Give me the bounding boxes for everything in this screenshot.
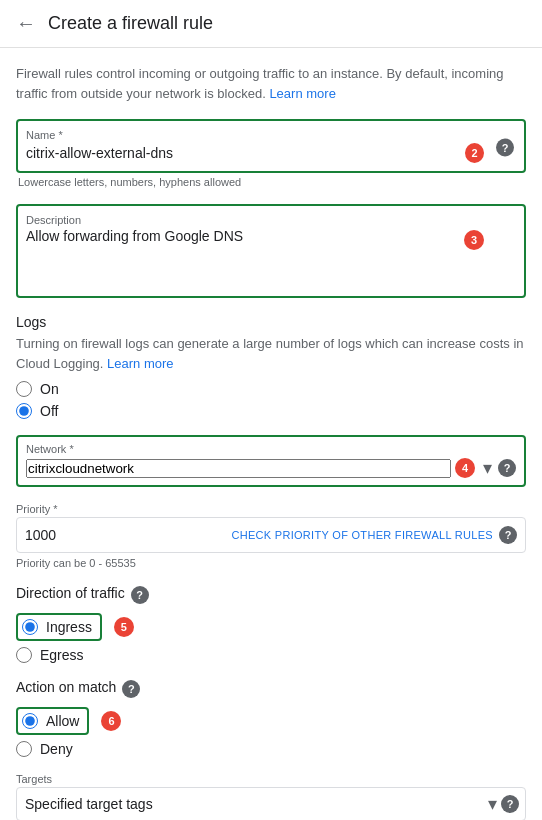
network-label: Network * [26,443,516,455]
allow-highlight-box: Allow [16,707,89,735]
targets-help-icon[interactable]: ? [501,795,519,813]
egress-radio[interactable] [16,647,32,663]
allow-label: Allow [46,713,79,729]
priority-help-icon[interactable]: ? [499,526,517,544]
logs-on-label: On [40,381,59,397]
direction-egress-option[interactable]: Egress [16,647,526,663]
intro-learn-more-link[interactable]: Learn more [269,86,335,101]
direction-title: Direction of traffic [16,585,125,601]
targets-select-wrapper: All instances in the network Specified t… [16,787,526,820]
direction-radio-group: Ingress 5 Egress [16,613,526,663]
logs-off-radio[interactable] [16,403,32,419]
logs-on-radio[interactable] [16,381,32,397]
back-button[interactable]: ← [16,12,36,35]
targets-label: Targets [16,773,526,785]
name-hint: Lowercase letters, numbers, hyphens allo… [16,176,526,188]
description-input-wrapper: Description Allow forwarding from Google… [16,204,526,298]
targets-chevron-icon: ▾ [488,793,497,815]
logs-off-option[interactable]: Off [16,403,526,419]
logs-desc: Turning on firewall logs can generate a … [16,334,526,373]
action-radio-group: Allow 6 Deny [16,707,526,757]
direction-section: Direction of traffic ? Ingress 5 Egress [16,585,526,663]
priority-label: Priority * [16,503,526,515]
logs-title: Logs [16,314,526,330]
action-header: Action on match ? [16,679,526,699]
direction-help-icon[interactable]: ? [131,586,149,604]
description-input[interactable]: Allow forwarding from Google DNS [26,228,460,288]
egress-label: Egress [40,647,84,663]
name-field-group: Name * citrix-allow-external-dns 2 ? Low… [16,119,526,188]
name-label: Name * [26,129,484,141]
ingress-highlight-box: Ingress [16,613,102,641]
action-section: Action on match ? Allow 6 Deny [16,679,526,757]
direction-header: Direction of traffic ? [16,585,526,605]
action-badge: 6 [101,711,121,731]
main-content: Firewall rules control incoming or outgo… [0,48,542,820]
description-field-group: Description Allow forwarding from Google… [16,204,526,298]
logs-off-label: Off [40,403,58,419]
check-priority-link[interactable]: CHECK PRIORITY OF OTHER FIREWALL RULES [231,529,493,541]
targets-select[interactable]: All instances in the network Specified t… [25,796,485,812]
priority-section: Priority * 1000 CHECK PRIORITY OF OTHER … [16,503,526,569]
network-badge: 4 [455,458,475,478]
action-help-icon[interactable]: ? [122,680,140,698]
intro-text: Firewall rules control incoming or outgo… [16,64,526,103]
network-field-group: Network * citrixcloudnetwork 4 ▾ ? [16,435,526,487]
page-header: ← Create a firewall rule [0,0,542,48]
ingress-label: Ingress [46,619,92,635]
logs-section: Logs Turning on firewall logs can genera… [16,314,526,419]
targets-field-group: Targets All instances in the network Spe… [16,773,526,820]
priority-hint: Priority can be 0 - 65535 [16,557,526,569]
network-chevron-icon: ▾ [483,457,492,479]
name-help-icon[interactable]: ? [496,136,514,157]
deny-label: Deny [40,741,73,757]
name-input[interactable]: citrix-allow-external-dns [26,145,461,161]
network-select-wrapper: Network * citrixcloudnetwork 4 ▾ ? [16,435,526,487]
network-help-icon[interactable]: ? [498,459,516,477]
allow-radio[interactable] [22,713,38,729]
direction-badge: 5 [114,617,134,637]
action-deny-option[interactable]: Deny [16,741,526,757]
name-badge: 2 [465,143,484,163]
description-label: Description [26,214,484,226]
logs-learn-more-link[interactable]: Learn more [107,356,173,371]
name-input-wrapper: Name * citrix-allow-external-dns 2 ? [16,119,526,173]
action-allow-row: Allow 6 [16,707,526,735]
priority-input[interactable]: 1000 [25,527,85,543]
network-input[interactable]: citrixcloudnetwork [26,459,451,478]
priority-input-row: 1000 CHECK PRIORITY OF OTHER FIREWALL RU… [16,517,526,553]
action-title: Action on match [16,679,116,695]
logs-radio-group: On Off [16,381,526,419]
ingress-radio[interactable] [22,619,38,635]
description-badge: 3 [464,230,484,250]
page-title: Create a firewall rule [48,13,213,34]
direction-ingress-row: Ingress 5 [16,613,526,641]
deny-radio[interactable] [16,741,32,757]
logs-on-option[interactable]: On [16,381,526,397]
